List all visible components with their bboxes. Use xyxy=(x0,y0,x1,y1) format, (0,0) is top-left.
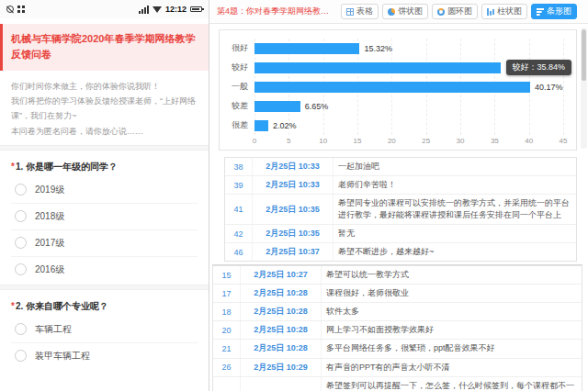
results-header: 第4题：你对春季学期网络教学的整体安排感觉怎么样？[单选题] 表格 饼状图 圆环… xyxy=(209,0,588,24)
option-2016[interactable]: 2016级 xyxy=(11,257,198,283)
category-label: 很好 xyxy=(225,39,254,58)
pie-chart-button[interactable]: 饼状图 xyxy=(382,4,428,19)
button-label: 圆环图 xyxy=(447,6,472,17)
question-2: *2. 你来自哪个专业呢？ 车辆工程 装甲车辆工程 xyxy=(0,290,209,371)
row-answer: 一起加油吧 xyxy=(334,158,576,175)
radio-icon xyxy=(15,323,27,335)
x-tick-label: 40 xyxy=(525,137,533,145)
bar-较好[interactable] xyxy=(254,62,501,73)
table-row: 202月25日 10:28网上学习不如面授教学效果好 xyxy=(213,321,582,340)
table-view-button[interactable]: 表格 xyxy=(341,4,379,19)
row-date: 2月25日 10:33 xyxy=(253,158,334,175)
hbar-icon xyxy=(537,8,544,16)
status-bar: 12:12 xyxy=(0,0,209,18)
bar-很差[interactable] xyxy=(254,120,268,131)
survey-intro: 你们时间你来做主，你的体验你说我听！ 我们将把你的学习体验反馈给授课老师，“上好… xyxy=(0,71,209,145)
row-id: 46 xyxy=(225,243,253,261)
signal-icon xyxy=(139,6,149,14)
bar-value-label: 40.17% xyxy=(535,83,563,92)
survey-title: 机械与车辆学院2020年春季学期网络教学反馈问卷 xyxy=(11,31,199,62)
hbar-chart-button[interactable]: 条形图 xyxy=(531,4,577,19)
radio-icon xyxy=(15,263,27,275)
table-row: 462月25日 10:37希望不断进步，越来越好~ xyxy=(225,243,576,261)
donut-chart-button[interactable]: 圆环图 xyxy=(432,4,478,19)
bar-row: 15.32% xyxy=(254,39,563,58)
row-answer: 软件太多 xyxy=(322,303,582,320)
row-id: 26 xyxy=(213,359,241,376)
survey-title-block: 机械与车辆学院2020年春季学期网络教学反馈问卷 xyxy=(0,24,209,71)
row-id: 27 xyxy=(213,377,241,391)
category-label: 较差 xyxy=(225,96,254,116)
bar-row: 较好：35.84% xyxy=(254,58,563,77)
donut-icon xyxy=(437,8,445,16)
intro-line: 我们将把你的学习体验反馈给授课老师，“上好网络课”，我们在努力~ xyxy=(11,94,198,123)
button-label: 条形图 xyxy=(547,6,571,17)
row-answer: 课程很好，老师很敬业 xyxy=(322,285,582,302)
results-panel: 第4题：你对春季学期网络教学的整体安排感觉怎么样？[单选题] 表格 饼状图 圆环… xyxy=(209,0,588,391)
table-row: 172月25日 10:28课程很好，老师很敬业 xyxy=(213,285,582,303)
battery-icon xyxy=(190,6,202,12)
bar-row: 6.65% xyxy=(254,96,563,116)
row-date: 2月25日 10:27 xyxy=(241,266,322,284)
table-row: 182月25日 10:28软件太多 xyxy=(213,303,582,321)
row-id: 20 xyxy=(213,321,241,339)
table-row: 212月25日 10:28多平台网络任务多，很繁琐，ppt配音效果不好 xyxy=(213,340,582,358)
option-2017[interactable]: 2017级 xyxy=(11,230,198,257)
row-date: 2月25日 10:28 xyxy=(241,340,322,357)
row-id: 41 xyxy=(225,195,253,224)
answers-table-top: 382月25日 10:33一起加油吧 392月25日 10:33老师们辛苦啦！ … xyxy=(224,157,577,262)
x-tick-label: 20 xyxy=(388,137,396,145)
category-label: 很差 xyxy=(225,116,254,135)
column-icon xyxy=(487,8,494,16)
row-date: 2月25日 10:28 xyxy=(241,321,322,339)
table-row: 412月25日 10:35希望同专业的课程可以安排统一的教学方式，并采用统一的平… xyxy=(225,195,576,225)
question-title: 第4题：你对春季学期网络教学的整体安排感觉怎么样？[单选题] xyxy=(217,6,335,17)
row-answer: 老师们辛苦啦！ xyxy=(334,176,576,194)
bar-一般[interactable] xyxy=(254,82,530,93)
row-answer: 网上学习不如面授教学效果好 xyxy=(322,321,582,339)
option-vehicle-eng[interactable]: 车辆工程 xyxy=(11,317,198,343)
option-label: 车辆工程 xyxy=(35,323,72,336)
bar-value-label: 2.02% xyxy=(273,121,297,130)
option-2019[interactable]: 2019级 xyxy=(11,177,198,204)
option-label: 2019级 xyxy=(35,184,64,196)
category-labels: 很好较好一般较差很差 xyxy=(225,39,254,147)
category-label: 一般 xyxy=(225,77,254,96)
option-label: 2017级 xyxy=(35,237,64,250)
option-2018[interactable]: 2018级 xyxy=(11,204,198,230)
scrollbar-thumb[interactable] xyxy=(582,29,586,81)
x-tick-label: 35 xyxy=(491,137,499,145)
row-id: 39 xyxy=(225,176,253,194)
row-id: 15 xyxy=(213,266,241,284)
bar-较差[interactable] xyxy=(254,101,300,112)
row-answer: 多平台网络任务多，很繁琐，ppt配音效果不好 xyxy=(322,340,582,357)
row-date: 2月25日 10:29 xyxy=(241,359,322,376)
bar-很好[interactable] xyxy=(254,43,359,54)
radio-icon xyxy=(15,350,27,362)
scrollbar-track[interactable] xyxy=(581,28,587,149)
row-id: 38 xyxy=(225,158,253,175)
table-icon xyxy=(346,8,354,16)
row-answer: 希望同专业的课程可以安排统一的教学方式，并采用统一的平台进行教学，最好能将课程讲… xyxy=(334,195,576,224)
chart-type-buttons: 表格 饼状图 圆环图 柱状图 条形图 xyxy=(341,4,577,19)
radio-icon xyxy=(15,237,27,249)
x-tick-label: 30 xyxy=(457,137,465,145)
required-marker: * xyxy=(11,301,15,311)
chart-tooltip: 较好：35.84% xyxy=(506,60,572,75)
bar-value-label: 15.32% xyxy=(364,44,392,53)
gridline xyxy=(563,39,564,135)
x-tick-label: 45 xyxy=(560,137,568,145)
intro-line: 你们时间你来做主，你的体验你说我听！ xyxy=(11,79,198,94)
answers-table-bottom: 152月25日 10:27希望可以统一教学方式 172月25日 10:28课程很… xyxy=(212,265,582,391)
table-row: 272月25日 10:29希望签到可以再提醒一下，怎么签，什么时候签到，每个课程… xyxy=(213,377,582,391)
x-tick-label: 5 xyxy=(287,137,290,145)
required-marker: * xyxy=(11,162,15,172)
intro-line: 本问卷为匿名问卷，请你放心说…… xyxy=(11,124,198,139)
column-chart-button[interactable]: 柱状图 xyxy=(481,4,527,19)
row-answer: 希望签到可以再提醒一下，怎么签，什么时候签到，每个课程都不一样，特别容易错过签到… xyxy=(322,377,582,391)
question-2-text: 2. 你来自哪个专业呢？ xyxy=(16,301,108,311)
row-id: 18 xyxy=(213,303,241,320)
option-armored-vehicle-eng[interactable]: 装甲车辆工程 xyxy=(11,343,198,369)
bar-value-label: 6.65% xyxy=(305,102,329,111)
table-row: 152月25日 10:27希望可以统一教学方式 xyxy=(213,266,582,285)
